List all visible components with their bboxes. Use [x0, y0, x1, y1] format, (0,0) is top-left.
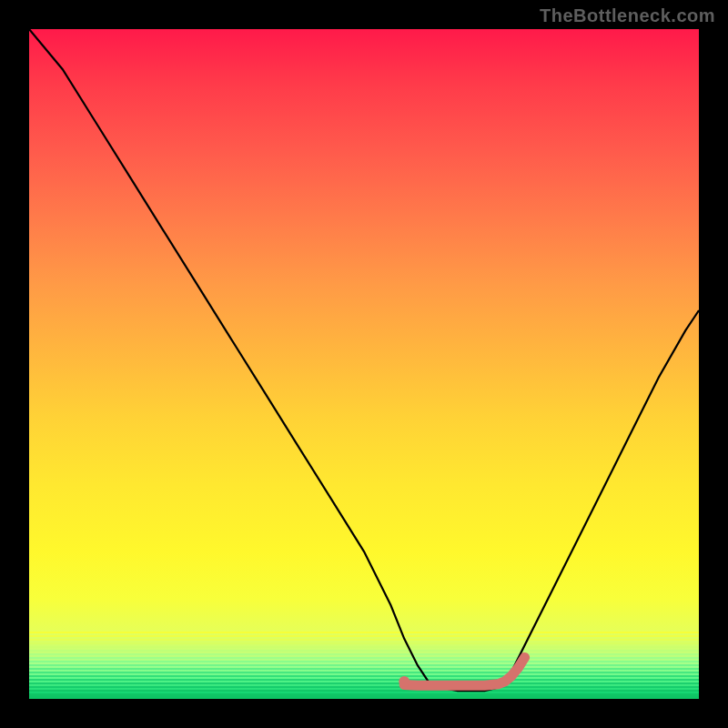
curve-layer: [29, 29, 699, 699]
chart-frame: TheBottleneck.com: [0, 0, 728, 728]
plot-area: [29, 29, 699, 699]
bottleneck-curve: [29, 29, 699, 691]
highlight-start-dot: [399, 676, 410, 687]
watermark-text: TheBottleneck.com: [540, 5, 715, 26]
